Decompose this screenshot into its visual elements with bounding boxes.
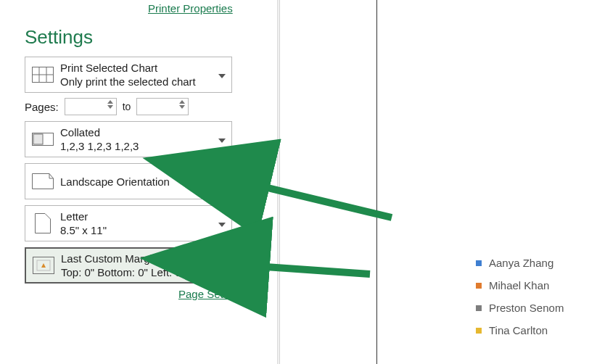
- settings-heading: Settings: [25, 26, 93, 49]
- svg-rect-5: [33, 134, 43, 144]
- annotation-arrow-margins: [255, 266, 370, 274]
- print-what-title: Print Selected Chart: [60, 61, 231, 75]
- annotation-arrow-orientation: [255, 185, 392, 218]
- svg-marker-7: [36, 214, 51, 233]
- pages-row: Pages: to: [25, 98, 189, 115]
- pages-to-input[interactable]: [136, 98, 189, 115]
- margins-subtitle: Top: 0" Bottom: 0" Left: 0" Ri…: [61, 265, 231, 279]
- margins-title: Last Custom Margins Setting: [61, 252, 231, 265]
- paper-size-subtitle: 8.5" x 11": [60, 223, 231, 237]
- page-setup-link[interactable]: Page Setup: [178, 288, 235, 300]
- collation-subtitle: 1,2,3 1,2,3 1,2,3: [60, 139, 231, 153]
- legend-item: Aanya Zhang: [476, 257, 564, 269]
- spinner-down-icon[interactable]: [179, 105, 185, 109]
- svg-marker-6: [33, 174, 54, 189]
- legend-item: Mihael Khan: [476, 279, 564, 291]
- preview-pane-edge: [277, 0, 280, 364]
- paper-size-title: Letter: [60, 210, 231, 223]
- chart-legend: Aanya ZhangMihael KhanPreston SenomTina …: [476, 257, 564, 336]
- legend-swatch: [476, 283, 482, 289]
- margins-dropdown[interactable]: Last Custom Margins Setting Top: 0" Bott…: [25, 247, 232, 284]
- spinner-up-icon[interactable]: [179, 100, 185, 104]
- print-what-subtitle: Only print the selected chart: [60, 75, 231, 88]
- spinner-down-icon[interactable]: [107, 105, 113, 109]
- spinner-up-icon[interactable]: [107, 100, 113, 104]
- orientation-title: Landscape Orientation: [60, 175, 231, 189]
- chevron-down-icon: [218, 218, 226, 229]
- legend-label: Aanya Zhang: [489, 257, 553, 269]
- collated-icon: [25, 122, 60, 157]
- landscape-icon: [25, 164, 60, 199]
- legend-label: Mihael Khan: [489, 279, 549, 291]
- chevron-down-icon: [218, 260, 225, 271]
- chevron-down-icon: [218, 175, 226, 187]
- pages-label: Pages:: [25, 101, 59, 113]
- chevron-down-icon: [218, 133, 226, 145]
- pages-from-input[interactable]: [65, 98, 117, 115]
- svg-marker-10: [41, 263, 46, 268]
- margins-icon: [26, 249, 61, 282]
- legend-swatch: [476, 305, 482, 311]
- legend-label: Tina Carlton: [489, 324, 548, 336]
- collation-title: Collated: [60, 125, 231, 139]
- legend-swatch: [476, 328, 482, 334]
- chevron-down-icon: [218, 69, 226, 80]
- collation-dropdown[interactable]: Collated 1,2,3 1,2,3 1,2,3: [25, 121, 232, 157]
- print-what-dropdown[interactable]: Print Selected Chart Only print the sele…: [25, 57, 232, 93]
- legend-item: Preston Senom: [476, 302, 564, 314]
- legend-item: Tina Carlton: [476, 324, 564, 336]
- pages-to-label: to: [123, 101, 131, 112]
- orientation-dropdown[interactable]: Landscape Orientation: [25, 163, 232, 199]
- legend-label: Preston Senom: [489, 302, 564, 314]
- page-icon: [25, 206, 60, 241]
- printer-properties-link[interactable]: Printer Properties: [148, 2, 233, 15]
- paper-size-dropdown[interactable]: Letter 8.5" x 11": [25, 205, 232, 241]
- print-chart-icon: [25, 57, 60, 92]
- legend-swatch: [476, 260, 482, 266]
